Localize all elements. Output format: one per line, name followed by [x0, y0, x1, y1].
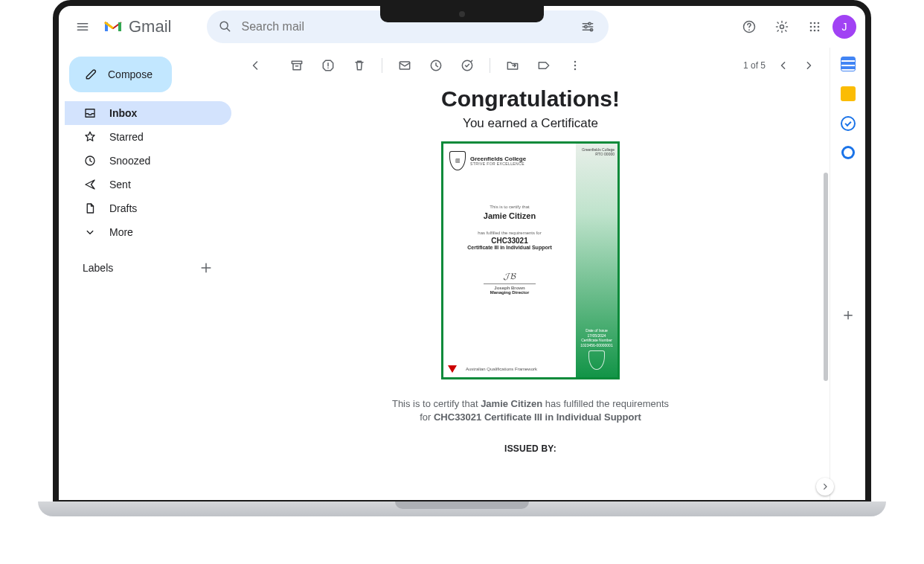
laptop-screen: Gmail [53, 0, 871, 506]
more-icon [83, 225, 97, 239]
cert-student: Jamie Citizen [449, 211, 570, 220]
cert-side-meta: Date of Issue 17/05/2024 Certificate Num… [579, 328, 615, 347]
svg-point-4 [585, 25, 587, 28]
addons-plus-icon[interactable]: ＋ [840, 307, 856, 323]
svg-point-7 [748, 29, 750, 31]
gmail-logo[interactable]: Gmail [103, 17, 171, 36]
certificate-image[interactable]: ▥ Greenfields College STRIVE FOR EXCELLE… [441, 141, 620, 379]
apps-icon[interactable] [800, 12, 830, 42]
cert-tagline: STRIVE FOR EXCELLENCE [470, 162, 526, 166]
aqf-label: Australian Qualifications Framework [466, 367, 537, 371]
calendar-icon[interactable] [841, 57, 856, 71]
svg-point-12 [810, 26, 812, 28]
svg-rect-1 [118, 22, 121, 31]
pager-text: 1 of 5 [743, 60, 766, 71]
laptop-frame: Gmail [53, 0, 871, 516]
sidebar-item-label: Sent [109, 179, 131, 190]
message-area: 1 of 5 Congratulations! You earned a Cer… [231, 48, 830, 500]
svg-point-10 [814, 22, 816, 25]
next-icon[interactable] [797, 54, 821, 77]
keep-icon[interactable] [841, 86, 856, 101]
sidebar-item-label: Drafts [109, 202, 137, 214]
carousel-next-icon[interactable] [816, 478, 834, 496]
svg-point-17 [818, 30, 820, 32]
sidebar-item-more[interactable]: More [65, 220, 231, 244]
compose-label: Compose [108, 68, 153, 80]
cert-fulfilled: has fulfilled the requirements for [449, 231, 570, 235]
star-icon [83, 130, 97, 144]
pager: 1 of 5 [743, 54, 821, 77]
mark-unread-icon[interactable] [390, 51, 420, 80]
archive-icon[interactable] [282, 51, 312, 80]
more-icon[interactable] [560, 51, 590, 80]
prev-icon[interactable] [771, 54, 795, 77]
search-options-icon[interactable] [573, 12, 603, 42]
toolbar-sep [382, 58, 382, 73]
nrt-logo-icon [448, 365, 457, 373]
sidebar-item-starred[interactable]: Starred [65, 125, 231, 149]
back-icon[interactable] [240, 51, 270, 80]
delete-icon[interactable] [344, 51, 374, 80]
brand-text: Gmail [129, 17, 171, 36]
move-icon[interactable] [498, 51, 527, 80]
svg-point-26 [574, 65, 577, 67]
sidebar-item-label: Starred [109, 131, 144, 143]
sidebar-item-snoozed[interactable]: Snoozed [65, 149, 231, 173]
draft-icon [83, 202, 97, 215]
svg-point-8 [780, 25, 784, 29]
search-icon [217, 19, 232, 36]
svg-point-9 [810, 22, 812, 25]
cert-course: Certificate III in Individual Support [449, 245, 570, 250]
clock-icon [83, 154, 97, 167]
certificate-wrap: ▥ Greenfields College STRIVE FOR EXCELLE… [261, 141, 800, 379]
account-avatar[interactable]: J [832, 15, 856, 39]
cert-role: Managing Director [449, 290, 570, 295]
add-label-icon[interactable] [196, 257, 216, 278]
email-body: Congratulations! You earned a Certificat… [231, 83, 830, 500]
laptop-notch [380, 6, 544, 22]
toolbar-sep2 [490, 58, 490, 73]
issued-by-label: ISSUED BY: [261, 443, 800, 454]
labels-heading: Labels [83, 262, 113, 274]
inbox-icon [83, 106, 97, 120]
sidebar-item-label: More [109, 226, 133, 238]
tasks-icon[interactable] [841, 116, 856, 131]
sidebar-item-inbox[interactable]: Inbox [65, 101, 231, 125]
cert-code: CHC33021 [449, 237, 570, 245]
menu-icon[interactable] [68, 12, 97, 42]
sidebar: Compose InboxStarredSnoozedSentDraftsMor… [59, 48, 231, 500]
add-task-icon[interactable] [452, 51, 482, 80]
svg-point-21 [327, 68, 329, 69]
snooze-icon[interactable] [421, 51, 451, 80]
sidebar-item-label: Inbox [109, 107, 137, 119]
email-body-text: This is to certify that Jamie Citizen ha… [337, 397, 724, 424]
sidebar-item-drafts[interactable]: Drafts [65, 196, 231, 220]
gmail-m-icon [103, 19, 123, 34]
sidebar-item-sent[interactable]: Sent [65, 173, 231, 196]
send-icon [83, 178, 97, 191]
sidebar-item-label: Snoozed [109, 155, 150, 167]
svg-point-14 [818, 26, 820, 28]
scrollbar[interactable] [824, 173, 828, 381]
label-icon[interactable] [529, 51, 559, 80]
labels-heading-row: Labels [65, 257, 231, 278]
svg-point-11 [818, 22, 820, 25]
laptop-base [38, 501, 886, 516]
cert-stamp-icon [588, 350, 605, 370]
contacts-icon[interactable] [841, 146, 855, 159]
cert-lead: This is to certify that [449, 205, 570, 209]
side-panel: ＋ [830, 48, 865, 500]
email-subtitle: You earned a Certificate [261, 116, 800, 131]
help-icon[interactable] [734, 12, 764, 42]
spam-icon[interactable] [313, 51, 343, 80]
avatar-initial: J [842, 21, 847, 33]
email-title: Congratulations! [261, 86, 800, 112]
svg-point-3 [588, 22, 591, 25]
svg-point-27 [574, 68, 577, 71]
topbar-right: J [734, 12, 856, 42]
settings-icon[interactable] [767, 12, 797, 42]
svg-point-16 [814, 30, 816, 32]
svg-point-25 [574, 61, 577, 63]
institution-shield-icon: ▥ [449, 151, 466, 170]
compose-button[interactable]: Compose [69, 57, 172, 92]
